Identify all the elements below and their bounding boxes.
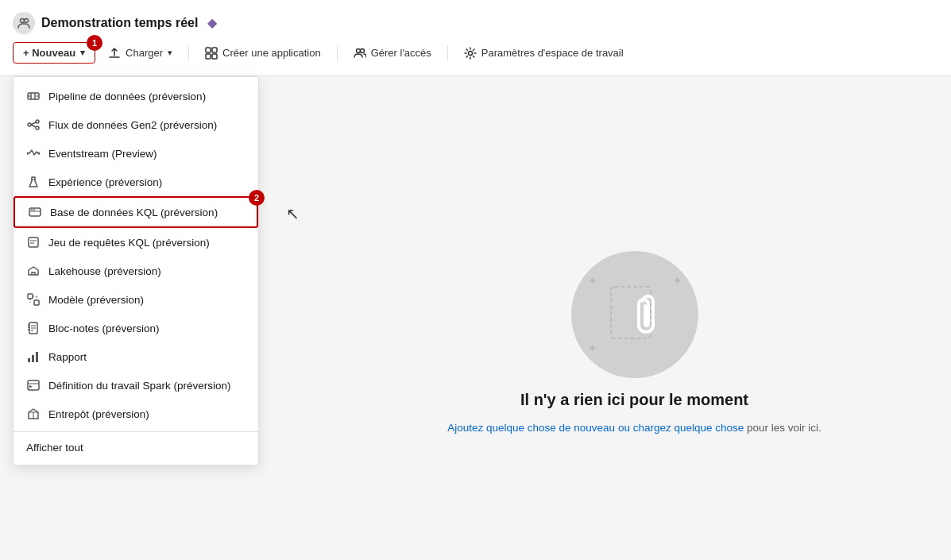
toolbar-divider-1 [188,45,189,61]
menu-item-blocnotes[interactable]: Bloc-notes (préversion) [14,314,258,342]
flux-label: Flux de données Gen2 (préversion) [48,119,217,131]
spark-icon: ▶ [26,378,41,392]
svg-rect-5 [212,54,217,59]
modele-icon [26,292,41,307]
settings-icon [464,47,477,60]
sparkle-bl-icon: ✦ [587,341,597,356]
kql-db-icon [28,205,42,219]
paperclip-illustration [599,279,671,350]
empty-title: Il n'y a rien ici pour le moment [520,391,748,409]
parametres-label: Paramètres d'espace de travail [481,47,624,59]
svg-rect-41 [28,358,30,362]
empty-state: ✦ ✦ ✦ Il n'y a rien ici pour le moment A… [447,251,821,434]
svg-point-24 [31,209,33,210]
menu-item-rapport[interactable]: Rapport [14,342,258,371]
svg-point-1 [25,18,29,22]
experience-label: Expérience (préversion) [48,176,162,188]
blocnotes-label: Bloc-notes (préversion) [48,322,160,334]
charger-button[interactable]: Charger ▾ [99,42,182,64]
charger-chevron-icon: ▾ [168,48,172,58]
menu-item-experience[interactable]: Expérience (préversion) [14,168,258,196]
svg-rect-42 [32,355,34,362]
header-toolbar: + Nouveau ▾ 1 Charger ▾ Créer une applic… [13,42,938,64]
empty-desc: Ajoutez quelque chose de nouveau ou char… [447,422,821,434]
menu-item-modele[interactable]: Modèle (préversion) [14,285,258,314]
svg-rect-2 [206,48,211,52]
grid-icon [205,47,218,60]
sparkle-tr-icon: ✦ [672,273,682,288]
kql-db-badge: 2 [249,190,265,206]
svg-point-16 [36,126,39,129]
spark-label: Définition du travail Spark (préversion) [48,380,231,392]
new-button[interactable]: + Nouveau ▾ 1 [13,42,95,64]
menu-item-eventstream[interactable]: Eventstream (Preview) [14,139,258,168]
svg-rect-26 [29,238,38,247]
header-top: Demonstration temps réel ◆ [13,12,938,34]
svg-point-8 [468,51,472,55]
svg-point-15 [36,120,39,123]
menu-item-spark[interactable]: ▶ Définition du travail Spark (préversio… [14,371,258,400]
experience-icon [26,175,41,189]
menu-item-kql-query[interactable]: Jeu de requêtes KQL (préversion) [14,228,258,257]
gerer-acces-button[interactable]: Gérer l'accès [344,42,441,64]
sparkle-tl-icon: ✦ [587,273,597,288]
svg-rect-29 [28,294,33,299]
menu-item-flux[interactable]: Flux de données Gen2 (préversion) [14,110,258,139]
charger-label: Charger [126,47,163,59]
show-all-label: Afficher tout [26,442,83,454]
svg-point-19 [27,153,29,155]
empty-icon: ✦ ✦ ✦ [571,251,698,378]
svg-line-17 [31,122,36,125]
parametres-button[interactable]: Paramètres d'espace de travail [454,42,633,64]
upload-icon [108,47,121,60]
workspace-icon [13,12,35,34]
diamond-icon: ◆ [207,15,217,30]
eventstream-label: Eventstream (Preview) [48,148,157,160]
load-link[interactable]: ou chargez quelque chose [618,422,744,434]
svg-point-14 [28,123,31,126]
menu-item-lakehouse[interactable]: Lakehouse (préversion) [14,257,258,285]
creer-application-button[interactable]: Créer une application [195,42,331,64]
svg-point-13 [37,95,38,97]
svg-point-12 [29,95,30,97]
lakehouse-label: Lakehouse (préversion) [48,265,161,277]
svg-rect-22 [29,208,41,216]
svg-point-25 [33,209,35,210]
eventstream-icon [26,146,41,160]
toolbar-divider-3 [447,45,448,61]
svg-text:▶: ▶ [29,384,33,388]
new-chevron-icon: ▾ [80,48,85,58]
new-button-label: + Nouveau [23,47,75,59]
toolbar-divider-2 [337,45,338,61]
menu-item-kql-db[interactable]: Base de données KQL (préversion) 2 [14,196,258,228]
pipeline-icon [26,89,41,103]
workspace-title: Demonstration temps réel [41,16,198,30]
lakehouse-icon [26,264,41,278]
kql-query-icon [26,235,41,249]
svg-rect-43 [36,352,38,362]
rapport-icon [26,350,41,364]
rapport-label: Rapport [48,351,87,363]
empty-desc-end: pour les voir ici. [747,422,821,434]
creer-label: Créer une application [222,47,321,59]
svg-rect-3 [212,48,217,52]
svg-rect-30 [34,300,39,305]
kql-query-label: Jeu de requêtes KQL (préversion) [48,237,210,249]
menu-item-pipeline[interactable]: Pipeline de données (préversion) [14,82,258,110]
pipeline-label: Pipeline de données (préversion) [48,91,206,102]
gerer-label: Gérer l'accès [371,47,431,59]
menu-divider [14,431,258,432]
entrepot-icon [26,407,41,421]
app-header: Demonstration temps réel ◆ + Nouveau ▾ 1… [0,0,951,76]
svg-rect-4 [206,54,211,59]
flux-icon [26,118,41,132]
svg-point-7 [360,48,364,52]
blocnotes-icon [26,321,41,335]
svg-line-18 [31,125,36,127]
add-new-link[interactable]: Ajoutez quelque chose de nouveau [447,422,615,434]
entrepot-label: Entrepôt (préversion) [48,408,149,420]
new-dropdown-menu: Pipeline de données (préversion) Flux de… [13,76,259,465]
show-all-item[interactable]: Afficher tout [14,435,258,460]
menu-item-entrepot[interactable]: Entrepôt (préversion) [14,400,258,428]
people-icon [354,47,366,60]
